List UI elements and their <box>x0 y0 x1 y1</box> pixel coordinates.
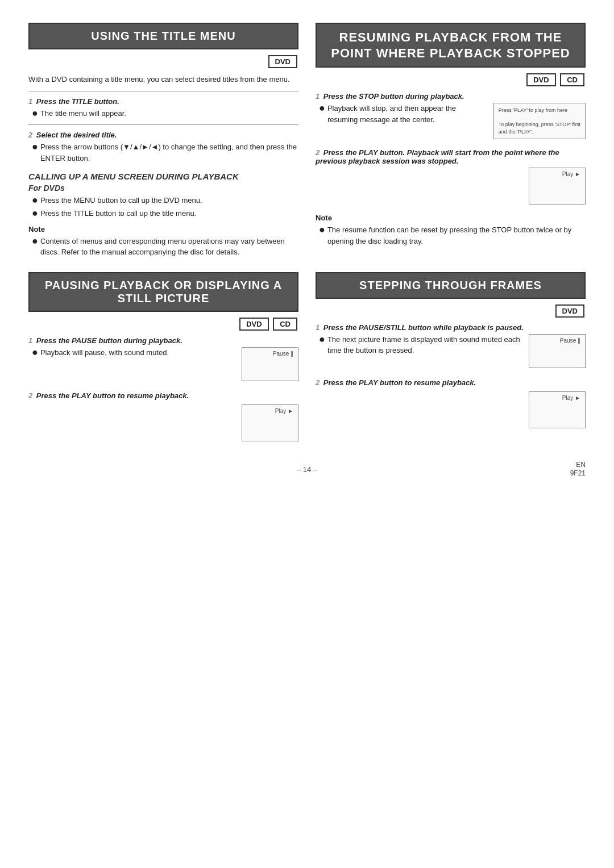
resuming-heading: RESUMING PLAYBACK FROM THE POINT WHERE P… <box>316 23 586 68</box>
dvd-badge-row: DVD <box>28 54 298 69</box>
pausing-step2-content: Play ► <box>28 404 298 445</box>
dvd-badge-pausing: DVD <box>239 318 268 331</box>
note-label-resuming: Note <box>316 214 586 222</box>
stepping-screen-2: Play ► <box>529 391 586 428</box>
section-pausing-playback: PAUSING PLAYBACK OR DISPLAYING A STILL P… <box>28 272 298 445</box>
stepping-heading: STEPPING THROUGH FRAMES <box>316 272 586 299</box>
step1-bullet: ● The title menu will appear. <box>32 108 298 119</box>
step1-label: 1 Press the TITLE button. <box>28 97 298 106</box>
resuming-step1-content: Press 'PLAY' to play from here To play b… <box>316 103 586 143</box>
pausing-heading: PAUSING PLAYBACK OR DISPLAYING A STILL P… <box>28 272 298 312</box>
step2-label: 2 Select the desired title. <box>28 131 298 139</box>
section-using-title-menu: USING THE TITLE MENU DVD With a DVD cont… <box>28 23 298 260</box>
calling-bullet-2: ● Press the TITLE button to call up the … <box>32 208 298 219</box>
resuming-screen-1: Press 'PLAY' to play from here To play b… <box>493 103 586 139</box>
calling-bullet-1: ● Press the MENU button to call up the D… <box>32 195 298 206</box>
step2-bullet: ● Press the arrow buttons (▼/▲/►/◄) to c… <box>32 141 298 164</box>
note-bullet-calling: ● Contents of menus and corresponding me… <box>32 236 298 258</box>
pausing-step1-content: Pause ‖ ● Playback will pause, with soun… <box>28 347 298 385</box>
resuming-badges-row: DVD CD <box>316 72 586 87</box>
pausing-bullet-1: ● Playback will pause, with sound muted. <box>32 347 236 358</box>
pausing-step1-label: 1 Press the PAUSE button during playback… <box>28 336 298 345</box>
dvd-badge-resuming: DVD <box>526 73 555 86</box>
for-dvds-title: For DVDs <box>28 183 298 193</box>
stepping-step1-content: Pause ‖ ● The next picture frame is disp… <box>316 334 586 372</box>
page-number: – 14 – <box>297 465 317 474</box>
stepping-bullet-1: ● The next picture frame is displayed wi… <box>319 334 523 356</box>
pausing-step2-label: 2 Press the PLAY button to resume playba… <box>28 391 298 400</box>
section-resuming-playback: RESUMING PLAYBACK FROM THE POINT WHERE P… <box>316 23 586 260</box>
stepping-step2-label: 2 Press the PLAY button to resume playba… <box>316 378 586 387</box>
stepping-step1-label: 1 Press the PAUSE/STILL button while pla… <box>316 323 586 332</box>
dvd-badge-stepping: DVD <box>555 304 584 318</box>
stepping-badge-row: DVD <box>316 303 586 319</box>
resuming-step1-label: 1 Press the STOP button during playback. <box>316 92 586 101</box>
resuming-bullet-1: ● Playback will stop, and then appear th… <box>319 103 488 125</box>
stepping-step2-content: Play ► <box>316 391 586 432</box>
resuming-step2-label: 2 Press the PLAY button. Playback will s… <box>316 148 586 165</box>
note-bullet-resuming: ● The resume function can be reset by pr… <box>319 224 586 247</box>
title-menu-intro: With a DVD containing a title menu, you … <box>28 74 298 85</box>
resuming-step2-content: Play ► <box>316 168 586 208</box>
cd-badge-pausing: CD <box>273 318 297 331</box>
calling-menu-title: CALLING UP A MENU SCREEN DURING PLAYBACK <box>28 172 298 181</box>
pausing-screen-2: Play ► <box>242 404 298 441</box>
page-footer: – 14 – EN 9F21 <box>28 465 586 474</box>
title-menu-heading: USING THE TITLE MENU <box>28 23 298 49</box>
note-label-calling: Note <box>28 225 298 233</box>
section-stepping-frames: STEPPING THROUGH FRAMES DVD 1 Press the … <box>316 272 586 445</box>
cd-badge-resuming: CD <box>560 73 584 86</box>
pausing-screen-1: Pause ‖ <box>242 347 298 381</box>
pausing-badges-row: DVD CD <box>28 316 298 332</box>
dvd-badge: DVD <box>268 55 297 68</box>
page-code: EN 9F21 <box>570 461 586 478</box>
stepping-screen-1: Pause ‖ <box>529 334 586 368</box>
resuming-screen-2: Play ► <box>529 168 586 205</box>
